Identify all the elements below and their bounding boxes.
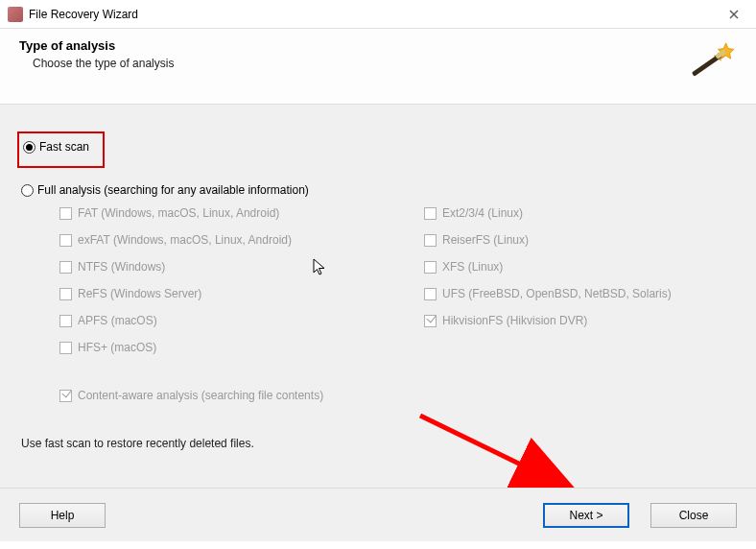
fs-label: ReiserFS (Linux) xyxy=(442,233,529,247)
fs-label: UFS (FreeBSD, OpenBSD, NetBSD, Solaris) xyxy=(442,287,672,300)
annotation-arrow-icon xyxy=(413,408,585,500)
help-button[interactable]: Help xyxy=(19,503,106,528)
radio-icon xyxy=(21,184,34,197)
content-aware-checkbox[interactable]: Content-aware analysis (searching file c… xyxy=(59,389,735,402)
fs-checkbox-ntfs[interactable]: NTFS (Windows) xyxy=(59,260,424,274)
full-analysis-radio[interactable]: Full analysis (searching for any availab… xyxy=(21,183,735,197)
fs-label: Ext2/3/4 (Linux) xyxy=(442,206,523,220)
checkbox-icon xyxy=(424,261,437,274)
fast-scan-label: Fast scan xyxy=(39,140,89,154)
checkbox-icon xyxy=(59,342,72,354)
button-bar: Help Next > Close xyxy=(0,488,756,541)
fs-checkbox-reiserfs[interactable]: ReiserFS (Linux) xyxy=(424,233,672,247)
fast-scan-radio[interactable]: Fast scan xyxy=(23,140,89,154)
fs-label: ReFS (Windows Server) xyxy=(78,287,201,300)
checkbox-icon xyxy=(59,234,72,247)
fs-checkbox-hfsplus[interactable]: HFS+ (macOS) xyxy=(59,341,424,354)
radio-icon xyxy=(23,141,35,154)
content-aware-label: Content-aware analysis (searching file c… xyxy=(78,389,323,402)
fs-checkbox-ext[interactable]: Ext2/3/4 (Linux) xyxy=(424,206,672,220)
fs-label: NTFS (Windows) xyxy=(78,260,165,274)
checkbox-icon xyxy=(424,207,437,220)
app-icon xyxy=(8,7,23,22)
svg-line-4 xyxy=(420,416,566,487)
checkbox-icon xyxy=(424,234,437,247)
fs-checkbox-apfs[interactable]: APFS (macOS) xyxy=(59,314,424,327)
checkbox-icon xyxy=(59,261,72,274)
fs-checkbox-ufs[interactable]: UFS (FreeBSD, OpenBSD, NetBSD, Solaris) xyxy=(424,287,672,300)
fs-checkbox-hikvision[interactable]: HikvisionFS (Hikvision DVR) xyxy=(424,314,672,327)
fs-label: exFAT (Windows, macOS, Linux, Android) xyxy=(78,233,292,247)
window-title: File Recovery Wizard xyxy=(29,8,712,21)
filesystem-column-right: Ext2/3/4 (Linux) ReiserFS (Linux) XFS (L… xyxy=(424,206,672,354)
fs-label: FAT (Windows, macOS, Linux, Android) xyxy=(78,206,279,220)
page-subtitle: Choose the type of analysis xyxy=(33,57,687,70)
fs-label: HikvisionFS (Hikvision DVR) xyxy=(442,314,587,327)
close-button[interactable]: Close xyxy=(650,503,737,528)
next-button[interactable]: Next > xyxy=(543,503,629,528)
fs-checkbox-refs[interactable]: ReFS (Windows Server) xyxy=(59,287,424,300)
checkbox-icon xyxy=(59,207,72,220)
checkbox-icon xyxy=(59,315,72,327)
close-window-button[interactable] xyxy=(712,0,756,29)
wizard-body: Fast scan Full analysis (searching for a… xyxy=(0,105,756,541)
fs-label: HFS+ (macOS) xyxy=(78,341,156,354)
fs-checkbox-fat[interactable]: FAT (Windows, macOS, Linux, Android) xyxy=(59,206,424,220)
checkbox-icon xyxy=(59,390,72,402)
close-icon xyxy=(729,10,739,19)
checkbox-icon xyxy=(424,288,437,300)
fs-checkbox-xfs[interactable]: XFS (Linux) xyxy=(424,260,672,274)
full-analysis-label: Full analysis (searching for any availab… xyxy=(37,183,309,197)
fs-label: XFS (Linux) xyxy=(442,260,503,274)
filesystem-column-left: FAT (Windows, macOS, Linux, Android) exF… xyxy=(59,206,424,354)
hint-text: Use fast scan to restore recently delete… xyxy=(21,437,735,450)
checkbox-icon xyxy=(59,288,72,300)
titlebar: File Recovery Wizard xyxy=(0,0,756,29)
wizard-wand-icon xyxy=(687,38,737,88)
checkbox-icon xyxy=(424,315,437,327)
filesystem-options: FAT (Windows, macOS, Linux, Android) exF… xyxy=(59,206,735,402)
fs-checkbox-exfat[interactable]: exFAT (Windows, macOS, Linux, Android) xyxy=(59,233,424,247)
fs-label: APFS (macOS) xyxy=(78,314,157,327)
page-title: Type of analysis xyxy=(19,38,687,53)
wizard-header: Type of analysis Choose the type of anal… xyxy=(0,29,756,105)
fast-scan-highlight: Fast scan xyxy=(17,131,105,168)
